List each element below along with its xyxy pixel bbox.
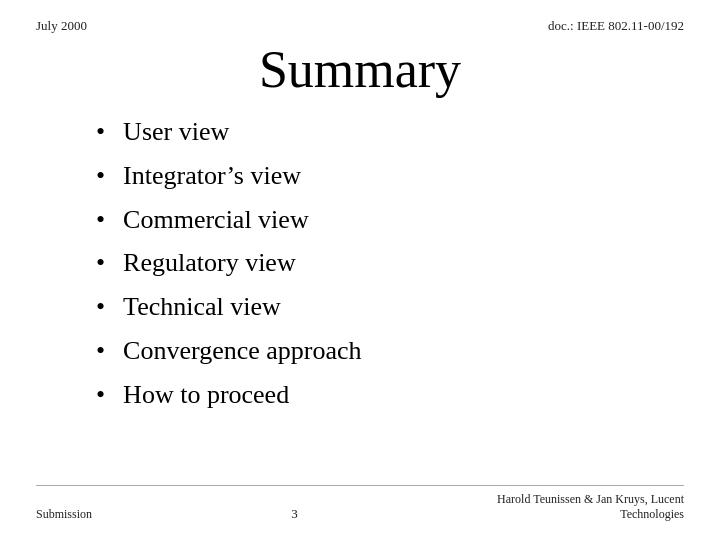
bullet-list: User viewIntegrator’s viewCommercial vie…	[36, 115, 684, 477]
list-item: How to proceed	[96, 378, 684, 412]
list-item: Regulatory view	[96, 246, 684, 280]
slide-footer: Submission 3 Harold Teunissen & Jan Kruy…	[36, 485, 684, 522]
list-item: Integrator’s view	[96, 159, 684, 193]
slide-header: July 2000 doc.: IEEE 802.11-00/192	[36, 18, 684, 34]
footer-submission: Submission	[36, 507, 92, 522]
header-doc: doc.: IEEE 802.11-00/192	[548, 18, 684, 34]
list-item: Convergence approach	[96, 334, 684, 368]
list-item: Commercial view	[96, 203, 684, 237]
footer-authors: Harold Teunissen & Jan Kruys, LucentTech…	[497, 492, 684, 522]
slide: July 2000 doc.: IEEE 802.11-00/192 Summa…	[0, 0, 720, 540]
header-date: July 2000	[36, 18, 87, 34]
footer-page: 3	[291, 506, 298, 522]
list-item: User view	[96, 115, 684, 149]
slide-title: Summary	[36, 40, 684, 99]
list-item: Technical view	[96, 290, 684, 324]
